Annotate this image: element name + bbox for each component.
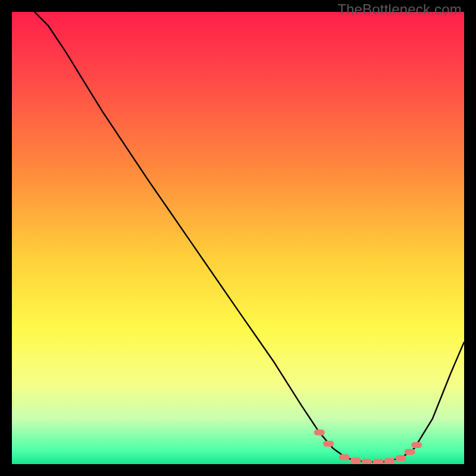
chart-background-gradient bbox=[12, 12, 464, 464]
chart-frame bbox=[12, 12, 464, 464]
highlight-marker bbox=[362, 459, 372, 464]
highlight-marker bbox=[411, 442, 422, 448]
highlight-marker bbox=[350, 458, 361, 464]
highlight-marker bbox=[384, 458, 395, 464]
bottleneck-chart bbox=[12, 12, 464, 464]
highlight-marker bbox=[339, 455, 350, 461]
highlight-marker bbox=[396, 455, 406, 461]
highlight-marker bbox=[314, 430, 325, 436]
highlight-marker bbox=[373, 459, 384, 464]
watermark-label: TheBottleneck.com bbox=[337, 1, 462, 18]
highlight-marker bbox=[405, 449, 415, 455]
highlight-marker bbox=[323, 441, 334, 447]
